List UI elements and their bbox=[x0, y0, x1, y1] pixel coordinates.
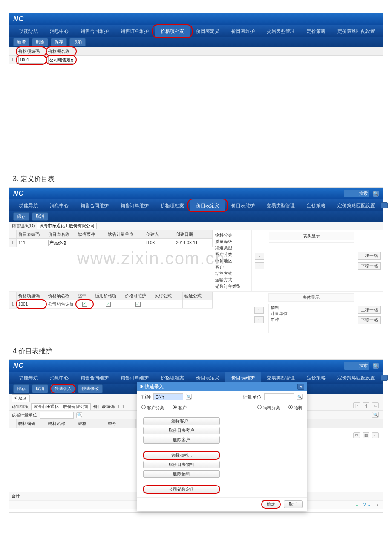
nav-contract[interactable]: 销售合同维护 bbox=[75, 25, 115, 37]
nav-trade-type[interactable]: 交易类型管理 bbox=[261, 25, 301, 37]
btn2-save[interactable]: 保存 bbox=[13, 212, 29, 221]
bi1[interactable]: 计量单位 bbox=[271, 311, 352, 317]
btn-move-down[interactable]: 下移一格 bbox=[358, 262, 381, 270]
nav2-contract[interactable]: 销售合同维护 bbox=[75, 199, 115, 211]
help-icon[interactable]: ? ▲ bbox=[363, 503, 371, 507]
nav3-contract[interactable]: 销售合同维护 bbox=[75, 372, 115, 384]
next-page-icon[interactable]: ›∣ bbox=[363, 402, 369, 408]
k5[interactable]: 客户 bbox=[215, 264, 249, 270]
search-box-3[interactable]: 搜索 bbox=[344, 362, 369, 370]
first-page-icon[interactable]: ∣‹ bbox=[353, 402, 360, 408]
cell-name[interactable] bbox=[46, 56, 76, 64]
def-row2[interactable]: 1 1001 公司销售定价 bbox=[9, 300, 213, 309]
nav3-func[interactable]: 功能导航 bbox=[13, 372, 44, 384]
r2-apply[interactable] bbox=[93, 300, 123, 308]
nav2-order[interactable]: 销售订单维护 bbox=[115, 199, 155, 211]
nav-pricing-match[interactable]: 定价策略匹配设置 bbox=[331, 25, 381, 37]
nav2-func[interactable]: 功能导航 bbox=[13, 199, 44, 211]
k8[interactable]: 销售订单类型 bbox=[215, 283, 249, 289]
back-button[interactable]: < 返回 bbox=[12, 394, 30, 402]
nav2-archive[interactable]: 价格项档案 bbox=[155, 199, 190, 211]
radio-cust-cat[interactable]: 客户分类 bbox=[141, 405, 164, 411]
k1[interactable]: 质量等级 bbox=[215, 238, 249, 245]
k4[interactable]: 收货地区 bbox=[215, 257, 249, 264]
checkbox-editable[interactable] bbox=[135, 302, 141, 307]
btn-move-up2[interactable]: 上移一格 bbox=[358, 306, 381, 314]
lookup-icon[interactable]: 🔍 bbox=[76, 412, 82, 418]
arrow-right-icon[interactable]: › bbox=[255, 253, 264, 260]
nav2-price-def[interactable]: 价目表定义 bbox=[190, 199, 225, 211]
k2[interactable]: 渠道类型 bbox=[215, 245, 249, 251]
dlg-cancel-button[interactable]: 取消 bbox=[284, 500, 303, 508]
r2-editable[interactable] bbox=[123, 300, 153, 308]
hint-icon[interactable]: ▲ bbox=[355, 503, 359, 507]
btn-get-list-mat[interactable]: 取价目表物料 bbox=[143, 461, 220, 468]
btn-move-up[interactable]: 上移一格 bbox=[358, 252, 381, 260]
k6[interactable]: 结算方式 bbox=[215, 270, 249, 277]
nav2-match[interactable]: 定价策略匹配设置 bbox=[331, 199, 381, 211]
btn-new[interactable]: 新增 bbox=[13, 38, 29, 46]
expand-icon[interactable]: ▲ bbox=[375, 503, 380, 507]
radio-mat-cat[interactable]: 物料分类 bbox=[257, 405, 280, 411]
dlg-unit-lookup-icon[interactable]: 🔍 bbox=[297, 394, 303, 400]
nav2-price-maint[interactable]: 价目表维护 bbox=[225, 199, 261, 211]
grid1-row[interactable]: 1 bbox=[9, 56, 383, 64]
nav3-match[interactable]: 定价策略匹配设置 bbox=[331, 372, 381, 384]
btn-select-cust[interactable]: 选择客户... bbox=[143, 417, 220, 425]
nav-msg[interactable]: 消息中心 bbox=[44, 25, 75, 37]
nav-func[interactable]: 功能导航 bbox=[13, 25, 44, 37]
dlg-curr-lookup-icon[interactable]: 🔍 bbox=[186, 394, 192, 400]
dlg-unit-input[interactable] bbox=[264, 393, 294, 400]
k3[interactable]: 客户分类 bbox=[215, 251, 249, 257]
unit-input[interactable] bbox=[40, 412, 74, 419]
copy-icon[interactable]: ⧉ bbox=[353, 432, 360, 438]
search-box[interactable]: 搜索 bbox=[344, 190, 369, 197]
nav2-msg[interactable]: 消息中心 bbox=[44, 199, 75, 211]
nav-pricing[interactable]: 定价策略 bbox=[301, 25, 331, 37]
k7[interactable]: 运输方式 bbox=[215, 277, 249, 283]
btn3-quick-edit[interactable]: 快速修改 bbox=[78, 384, 103, 393]
nav3-msg[interactable]: 消息中心 bbox=[44, 372, 75, 384]
btn-move-down2[interactable]: 下移一格 bbox=[358, 316, 381, 324]
nav-price-def[interactable]: 价目表定义 bbox=[190, 25, 225, 37]
code-input[interactable] bbox=[18, 57, 44, 64]
dlg-curr-input[interactable] bbox=[153, 393, 183, 400]
def-row1[interactable]: 1 111 IT03 2014-03-11 bbox=[9, 239, 213, 247]
search-icon-3[interactable]: 🔍 bbox=[373, 363, 379, 369]
radio-mat[interactable]: 物料 bbox=[288, 405, 303, 411]
arrow-left2-icon[interactable]: ‹ bbox=[254, 316, 264, 323]
window-icon-3[interactable] bbox=[381, 375, 388, 381]
btn2-cancel[interactable]: 取消 bbox=[32, 212, 48, 221]
btn3-cancel[interactable]: 取消 bbox=[32, 384, 48, 393]
btn-get-list-cust[interactable]: 取价目表客户 bbox=[143, 427, 220, 434]
org-input[interactable] bbox=[37, 223, 97, 229]
checkbox-sel[interactable] bbox=[82, 302, 87, 307]
btn3-save[interactable]: 保存 bbox=[13, 384, 29, 393]
arrow-right2-icon[interactable]: › bbox=[254, 307, 264, 314]
r1-name-input[interactable] bbox=[48, 240, 74, 246]
name-input[interactable] bbox=[48, 57, 74, 64]
btn-del-mat[interactable]: 删除物料 bbox=[143, 470, 220, 478]
nav-order[interactable]: 销售订单维护 bbox=[115, 25, 155, 37]
bi2[interactable]: 币种 bbox=[271, 317, 352, 323]
window-icon[interactable] bbox=[381, 202, 388, 208]
search-small-icon[interactable]: 🔍 bbox=[372, 412, 379, 418]
detail-icon[interactable]: ▭ bbox=[372, 402, 379, 408]
dlg-ok-button[interactable]: 确定 bbox=[262, 500, 280, 508]
grid-icon[interactable]: ▦ bbox=[363, 432, 369, 438]
btn-save[interactable]: 保存 bbox=[51, 38, 67, 46]
btn-del[interactable]: 删除 bbox=[32, 38, 48, 46]
r1-name[interactable] bbox=[46, 239, 76, 247]
nav2-pricing[interactable]: 定价策略 bbox=[301, 199, 331, 211]
cell-code[interactable] bbox=[17, 56, 46, 64]
checkbox-apply[interactable] bbox=[106, 302, 111, 307]
btn-company-price[interactable]: 公司销售定价 bbox=[143, 486, 220, 493]
search-icon[interactable]: 🔍 bbox=[373, 191, 379, 197]
btn3-quick-entry[interactable]: 快速录入 bbox=[51, 384, 75, 393]
side-key-list[interactable]: 物料分类 质量等级 渠道类型 客户分类 收货地区 客户 结算方式 运输方式 销售… bbox=[213, 230, 252, 291]
nav2-trade[interactable]: 交易类型管理 bbox=[261, 199, 301, 211]
r2-sel[interactable] bbox=[76, 300, 93, 308]
radio-cust[interactable]: 客户 bbox=[173, 405, 187, 411]
btn-del-cust[interactable]: 删除客户 bbox=[143, 436, 220, 444]
nav-price-maint[interactable]: 价目表维护 bbox=[225, 25, 261, 37]
